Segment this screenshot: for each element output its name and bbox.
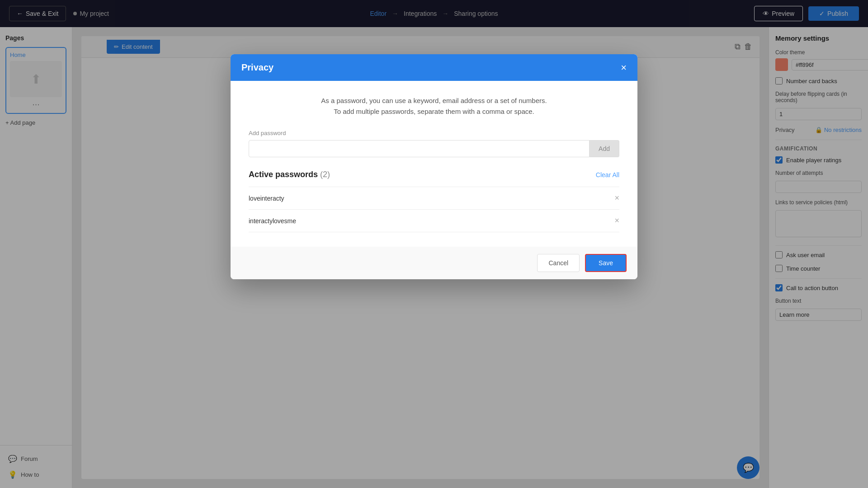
password-row-2: interactylovesme × [249, 210, 619, 232]
add-password-button[interactable]: Add [590, 140, 619, 157]
dialog-close-button[interactable]: × [621, 63, 627, 73]
password-row-1: loveinteracty × [249, 187, 619, 210]
active-passwords-header: Active passwords (2) Clear All [249, 170, 619, 179]
add-password-row: Add [249, 140, 619, 157]
clear-all-button[interactable]: Clear All [596, 171, 619, 178]
dialog-header: Privacy × [231, 54, 637, 81]
password-value-1: loveinteracty [249, 195, 284, 202]
cancel-button[interactable]: Cancel [537, 254, 580, 272]
active-passwords-title: Active passwords (2) [249, 170, 330, 179]
remove-password-1-button[interactable]: × [614, 193, 619, 203]
save-button[interactable]: Save [585, 254, 627, 272]
dialog-body: As a password, you can use a keyword, em… [231, 81, 637, 247]
privacy-dialog: Privacy × As a password, you can use a k… [231, 54, 637, 279]
dialog-description: As a password, you can use a keyword, em… [249, 95, 619, 117]
password-list: loveinteracty × interactylovesme × [249, 187, 619, 232]
dialog-title: Privacy [241, 62, 274, 73]
dialog-footer: Cancel Save [231, 247, 637, 279]
remove-password-2-button[interactable]: × [614, 216, 619, 225]
password-input[interactable] [249, 140, 590, 157]
password-count: (2) [320, 170, 330, 179]
add-password-label: Add password [249, 130, 619, 136]
password-value-2: interactylovesme [249, 217, 296, 225]
